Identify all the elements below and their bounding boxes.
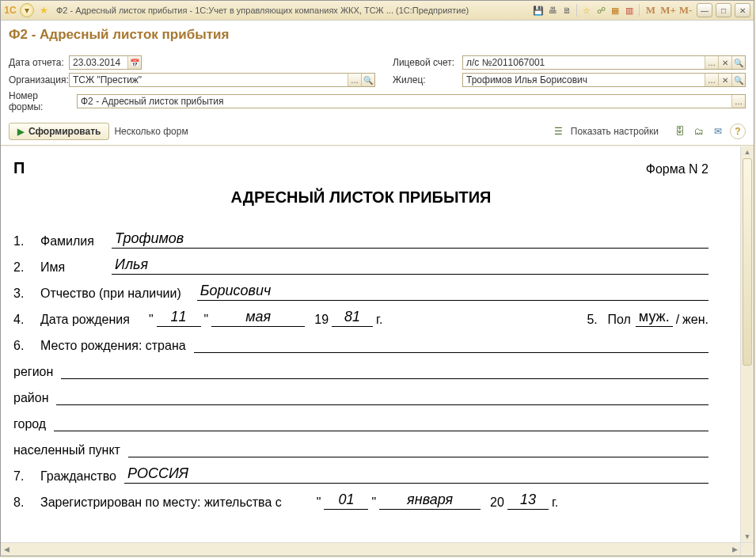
calc-icon[interactable]: ▦ [609,4,621,17]
calendar-picker-icon[interactable]: 📅 [127,56,141,69]
date-field[interactable]: 23.03.2014 📅 [69,55,142,70]
calendar-icon[interactable]: ▥ [623,4,636,17]
org-field[interactable]: ТСЖ "Престиж" … 🔍 [69,73,375,87]
ellipsis-icon[interactable]: … [705,74,718,86]
reg-day: 01 [324,492,368,510]
date-value: 23.03.2014 [70,57,127,68]
row-surname: 1. Фамилия Трофимов [13,230,709,249]
separator [639,4,640,17]
formnum-value: Ф2 - Адресный листок прибытия [78,96,731,107]
ellipsis-icon[interactable]: … [731,95,745,108]
row-settlement: населенный пункт [13,439,709,457]
vertical-scrollbar[interactable]: ▲ ▼ [740,146,754,542]
row-name: 2. Имя Илья [13,256,709,275]
app-window: 1С ▾ ★ Ф2 - Адресный листок прибытия - 1… [0,0,754,556]
links-icon[interactable]: ☍ [595,4,607,17]
document-wrap: П Форма N 2 АДРЕСНЫЙ ЛИСТОК ПРИБЫТИЯ 1. … [1,146,754,542]
row-patronymic: 3. Отчество (при наличии) Борисович [13,283,709,301]
scroll-up-icon[interactable]: ▲ [741,146,754,158]
star-add-icon[interactable]: ☆ [580,4,593,17]
birth-day: 11 [157,309,201,327]
m-minus-button[interactable]: M- [678,4,693,17]
citizenship-value: РОССИЯ [124,465,709,484]
titlebar-tools: 💾 🖶 🗎 ☆ ☍ ▦ ▥ M M+ M- — □ ✕ [532,3,750,17]
save-icon[interactable]: 💾 [532,4,545,17]
search-icon[interactable]: 🔍 [361,74,374,86]
surname-value: Трофимов [112,230,709,249]
scroll-corner [740,543,754,556]
m-button[interactable]: M [643,4,659,17]
scroll-left-icon[interactable]: ◀ [1,543,12,556]
row-registration: 8. Зарегистрирован по месту: жительства … [13,492,709,510]
app-logo-icon: 1С [4,4,17,17]
horizontal-scrollbar-area: ◀ ▶ [1,542,754,556]
form-header: Ф2 - Адресный листок прибытия [1,21,754,55]
generate-button[interactable]: ▶ Сформировать [9,123,109,140]
row-district: район [13,387,709,405]
birth-country [194,335,709,353]
reg-year: 13 [507,492,549,510]
save-variant-icon[interactable]: 🗄 [673,124,687,139]
ellipsis-icon[interactable]: … [348,74,361,86]
clear-icon[interactable]: ✕ [718,74,731,86]
play-icon: ▶ [17,127,24,137]
date-label: Дата отчета: [9,57,66,68]
org-label: Организация: [9,74,66,85]
print-icon[interactable]: 🖶 [546,4,559,17]
page-title: Ф2 - Адресный листок прибытия [9,27,746,43]
scroll-down-icon[interactable]: ▼ [741,531,754,542]
birth-year: 81 [332,309,373,327]
scroll-right-icon[interactable]: ▶ [729,543,740,556]
minimize-button[interactable]: — [697,3,712,17]
window-title: Ф2 - Адресный листок прибытия - 1С:Учет … [56,6,532,15]
report-toolbar: ▶ Сформировать Несколько форм ☰ Показать… [1,120,754,146]
row-birth-sex: 4. Дата рождения " 11 " мая 19 81 г. 5. … [13,309,709,327]
load-variant-icon[interactable]: 🗂 [692,124,706,139]
formnum-label: Номер формы: [9,90,74,112]
tenant-field[interactable]: Трофимов Илья Борисович … ✕ 🔍 [462,73,746,87]
row-region: регион [13,361,709,379]
ellipsis-icon[interactable]: … [705,56,718,69]
clear-icon[interactable]: ✕ [718,56,731,69]
account-label: Лицевой счет: [393,57,459,68]
show-settings-link[interactable]: Показать настройки [571,126,659,137]
account-field[interactable]: л/с №2011067001 … ✕ 🔍 [462,55,746,70]
generate-label: Сформировать [28,126,101,137]
scroll-thumb[interactable] [743,158,752,366]
maximize-button[interactable]: □ [716,3,731,17]
multi-forms-link[interactable]: Несколько форм [114,126,188,137]
row-birthplace-country: 6. Место рождения: страна [13,335,709,353]
birth-city [54,413,709,431]
document: П Форма N 2 АДРЕСНЫЙ ЛИСТОК ПРИБЫТИЯ 1. … [1,146,740,542]
sex-female: жен. [682,313,709,327]
birth-month: мая [211,309,305,327]
send-icon[interactable]: ✉ [711,124,725,139]
doc-title: АДРЕСНЫЙ ЛИСТОК ПРИБЫТИЯ [13,188,709,207]
birth-region [61,361,709,379]
help-icon[interactable]: ? [730,123,746,139]
dropdown-icon[interactable]: ▾ [20,3,34,17]
birth-settlement [128,439,709,457]
row-city: город [13,413,709,431]
formnum-field[interactable]: Ф2 - Адресный листок прибытия … [77,94,746,108]
separator [576,4,577,17]
search-icon[interactable]: 🔍 [731,56,745,69]
name-value: Илья [112,256,709,275]
report-params: Дата отчета: 23.03.2014 📅 Лицевой счет: … [1,55,754,120]
birth-district [56,387,709,405]
titlebar: 1С ▾ ★ Ф2 - Адресный листок прибытия - 1… [1,1,754,21]
search-icon[interactable]: 🔍 [731,74,745,86]
favorite-icon[interactable]: ★ [37,4,50,17]
row-citizenship: 7. Гражданство РОССИЯ [13,465,709,484]
doc-form-number: Форма N 2 [646,162,709,177]
tenant-value: Трофимов Илья Борисович [463,74,705,85]
close-button[interactable]: ✕ [735,3,750,17]
settings-list-icon[interactable]: ☰ [552,124,566,139]
preview-icon[interactable]: 🗎 [560,4,573,17]
sex-male: муж. [636,309,673,327]
reg-month: января [379,492,481,510]
m-plus-button[interactable]: M+ [660,4,676,17]
horizontal-scrollbar[interactable]: ◀ ▶ [1,543,740,556]
org-value: ТСЖ "Престиж" [70,74,348,85]
document-scroll[interactable]: П Форма N 2 АДРЕСНЫЙ ЛИСТОК ПРИБЫТИЯ 1. … [1,146,740,542]
